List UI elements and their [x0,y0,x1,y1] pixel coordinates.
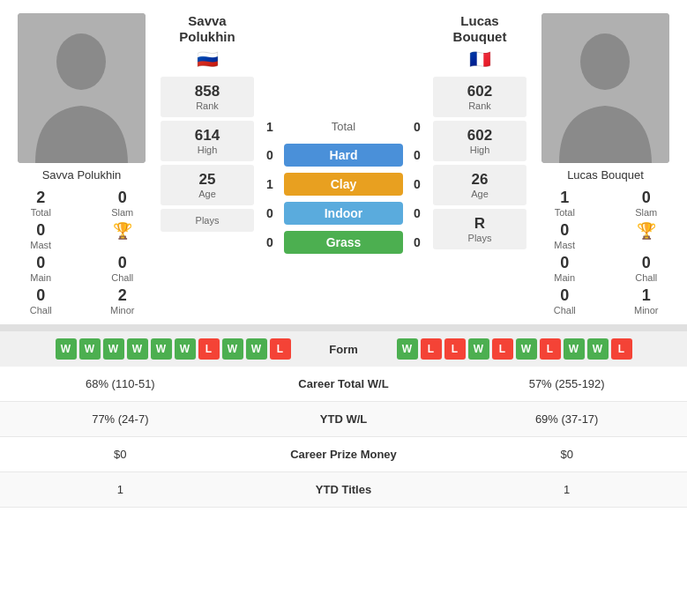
form-badge: W [246,338,267,360]
main-container: Savva Polukhin 2 Total 0 Slam 0 Mast 🏆 [0,0,687,508]
left-minor2-stat: 2 Minor [91,286,155,315]
left-form-badges: WWWWWWLWWL [13,338,291,360]
right-plays-box: R Plays [433,209,526,249]
stat-left-val: 77% (24-7) [0,402,241,437]
stats-table: 68% (110-51) Career Total W/L 57% (255-1… [0,367,687,508]
left-mast-stat: 0 Mast [9,221,73,250]
form-badge: W [564,338,585,360]
stats-row: 1 YTD Titles 1 [0,472,687,508]
form-badge: W [127,338,148,360]
players-section: Savva Polukhin 2 Total 0 Slam 0 Mast 🏆 [0,0,687,324]
left-total-stat: 2 Total [9,189,73,218]
form-badge: L [540,338,561,360]
left-player-avatar [18,13,146,163]
right-avatar-silhouette [541,13,669,163]
right-minor-stat: 1 Minor [615,286,679,315]
form-badge: L [492,338,513,360]
stat-center-label: YTD Titles [241,472,447,508]
left-stats-grid: 2 Total 0 Slam 0 Mast 🏆 0 Main [9,189,154,315]
stats-row: $0 Career Prize Money $0 [0,437,687,472]
left-main-stat: 0 Main [9,254,73,283]
form-badge: W [103,338,124,360]
left-avatar-silhouette [18,13,146,163]
stat-right-val: 57% (255-192) [446,367,687,402]
right-rank-box: 602 Rank [433,77,526,117]
svg-point-3 [580,33,630,90]
form-badge: L [198,338,220,360]
stat-left-val: 68% (110-51) [0,367,241,402]
right-age-box: 26 Age [433,165,526,205]
stat-center-label: Career Total W/L [241,367,447,402]
right-total-stat: 1 Total [533,189,597,218]
total-row: 1 Total 0 [260,120,427,134]
left-rank-box: 858 Rank [161,77,254,117]
stat-right-val: $0 [446,437,687,472]
right-player-name: Lucas Bouquet [567,168,644,182]
hard-button: Hard [284,144,403,167]
stats-row: 68% (110-51) Career Total W/L 57% (255-1… [0,367,687,402]
form-badge: W [175,338,196,360]
stat-center-label: YTD W/L [241,402,447,437]
form-badge: W [468,338,489,360]
form-badge: W [79,338,101,360]
left-chall-stat: 0 Chall [91,254,155,283]
right-player-card: Lucas Bouquet 1 Total 0 Slam 0 Mast 🏆 [528,9,683,320]
stat-left-val: $0 [0,437,241,472]
right-main-stat: 0 Main [533,254,597,283]
right-player-name-header: Lucas Bouquet [433,13,526,45]
form-badge: W [516,338,537,360]
right-slam-stat: 0 Slam [615,189,679,218]
stats-row: 77% (24-7) YTD W/L 69% (37-17) [0,402,687,437]
right-chall2-stat: 0 Chall [533,286,597,315]
stat-right-val: 69% (37-17) [446,402,687,437]
right-trophy-icon: 🏆 [615,221,679,250]
form-label: Form [291,343,397,356]
left-trophy-icon: 🏆 [91,221,155,250]
left-player-card: Savva Polukhin 2 Total 0 Slam 0 Mast 🏆 [4,9,159,320]
form-badge: L [270,338,291,360]
left-player-name: Savva Polukhin [42,168,122,182]
right-player-avatar [541,13,669,163]
svg-point-1 [56,33,106,90]
section-divider [0,324,687,331]
right-high-box: 602 High [433,121,526,161]
stat-right-val: 1 [446,472,687,508]
form-badge: W [222,338,243,360]
stat-left-val: 1 [0,472,241,508]
courts-section: 1 Total 0 0 Hard 0 1 Clay 0 0 Indoor 0 [256,9,431,320]
indoor-button: Indoor [284,202,403,225]
hard-row: 0 Hard 0 [260,144,427,167]
right-center-stats: Lucas Bouquet 🇫🇷 602 Rank 602 High 26 Ag… [431,9,528,320]
left-high-box: 614 High [161,121,254,161]
form-badge: W [56,338,77,360]
form-badge: L [611,338,632,360]
form-badge: W [151,338,172,360]
form-badge: W [587,338,609,360]
left-minor-stat: 0 Chall [9,286,73,315]
left-player-name-header: Savva Polukhin [161,13,254,45]
right-chall-stat: 0 Chall [615,254,679,283]
indoor-row: 0 Indoor 0 [260,202,427,225]
left-flag: 🇷🇺 [161,48,254,70]
form-badge: L [444,338,466,360]
form-badge: L [421,338,442,360]
left-center-stats: Savva Polukhin 🇷🇺 858 Rank 614 High 25 A… [159,9,256,320]
right-mast-stat: 0 Mast [533,221,597,250]
right-flag: 🇫🇷 [433,48,526,70]
left-age-box: 25 Age [161,165,254,205]
clay-button: Clay [284,173,403,196]
grass-button: Grass [284,231,403,254]
form-badge: W [397,338,418,360]
form-section: WWWWWWLWWL Form WLLWLWLWWL [0,331,687,367]
right-stats-grid: 1 Total 0 Slam 0 Mast 🏆 0 Main [533,189,678,315]
clay-row: 1 Clay 0 [260,173,427,196]
left-plays-box: Plays [161,209,254,232]
grass-row: 0 Grass 0 [260,231,427,254]
left-slam-stat: 0 Slam [91,189,155,218]
stat-center-label: Career Prize Money [241,437,447,472]
right-form-badges: WLLWLWLWWL [397,338,675,360]
